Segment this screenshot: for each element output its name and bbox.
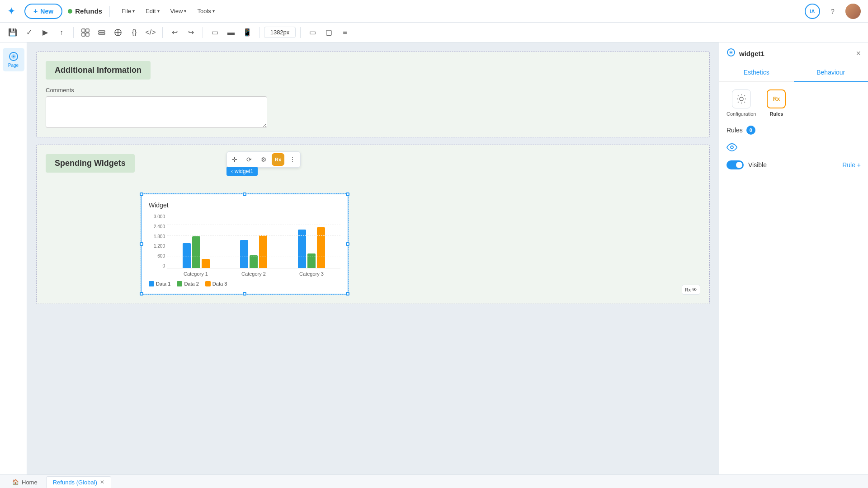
rules-text-label: Rules — [726, 127, 743, 134]
play-button[interactable]: ▶ — [38, 25, 52, 40]
resize-handle-bc[interactable] — [243, 292, 246, 296]
sidebar-item-label: Page — [8, 63, 19, 68]
tablet-view-button[interactable]: ▬ — [224, 25, 238, 40]
export-button[interactable]: ↑ — [54, 25, 69, 40]
home-icon: 🏠 — [12, 479, 19, 485]
save-button[interactable]: 💾 — [5, 25, 20, 40]
main-layout: Page Additional Information Comments Spe… — [0, 42, 868, 474]
new-button[interactable]: + New — [24, 4, 62, 19]
help-button[interactable]: ? — [826, 4, 840, 19]
resize-tool-button[interactable]: ⟳ — [243, 153, 255, 166]
resize-handle-tc[interactable] — [243, 192, 246, 196]
widget-box[interactable]: Widget 3.000 2.400 1.800 1.200 600 0 — [141, 193, 349, 295]
tab-close-icon[interactable]: ✕ — [100, 479, 104, 485]
resize-handle-br[interactable] — [346, 292, 349, 296]
cat3-data3-bar — [317, 227, 325, 268]
panel-icon-row: Configuration Rx Rules — [726, 89, 861, 117]
comments-textarea[interactable] — [46, 96, 267, 128]
avatar-image — [845, 4, 861, 19]
layers-button[interactable] — [94, 25, 109, 40]
rules-icon-item[interactable]: Rx Rules — [767, 89, 786, 117]
resize-handle-ml[interactable] — [140, 242, 143, 246]
tb-separator-3 — [203, 27, 203, 38]
configuration-label: Configuration — [726, 111, 756, 117]
x-label-1: Category 1 — [184, 271, 208, 277]
rules-tool-button[interactable]: Rx — [272, 153, 284, 166]
svg-rect-2 — [82, 33, 85, 36]
ia-badge[interactable]: IA — [805, 4, 820, 19]
user-avatar[interactable] — [845, 4, 861, 19]
legend-label-data2: Data 2 — [184, 281, 198, 286]
resize-handle-bl[interactable] — [140, 292, 143, 296]
svg-rect-1 — [86, 29, 89, 32]
right-panel: widget1 × Esthetics Behaviour Configurat… — [719, 42, 868, 474]
page-title: Refunds — [75, 7, 102, 15]
canvas-width[interactable]: 1382px — [264, 27, 296, 38]
configuration-icon-item[interactable]: Configuration — [726, 89, 756, 117]
data-button[interactable] — [111, 25, 125, 40]
spending-widgets-section: Spending Widgets ✛ ⟳ ⚙ Rx ⋮ ‹ widget1 — [36, 145, 710, 304]
tab-behaviour[interactable]: Behaviour — [794, 63, 868, 82]
nav-menu: File ▾ Edit ▾ View ▾ Tools ▾ — [117, 5, 219, 17]
chevron-down-icon: ▾ — [157, 9, 160, 14]
legend-label-data3: Data 3 — [212, 281, 227, 286]
responsive-button[interactable]: ▭ — [305, 25, 320, 40]
code-button[interactable]: </> — [143, 25, 158, 40]
sidebar-item-page[interactable]: Page — [3, 48, 24, 71]
menu-view[interactable]: View ▾ — [166, 5, 191, 17]
move-tool-button[interactable]: ✛ — [228, 153, 241, 166]
page-name-indicator: Refunds — [68, 7, 102, 15]
cat1-data1-bar — [183, 243, 191, 268]
chart-area: 3.000 2.400 1.800 1.200 600 0 — [149, 214, 340, 286]
new-label: New — [40, 8, 53, 15]
canvas-area[interactable]: Additional Information Comments Spending… — [27, 42, 719, 474]
toolbar: 💾 ✓ ▶ ↑ {} </> ↩ ↪ ▭ ▬ 📱 1382px ▭ ▢ ≡ — [0, 23, 868, 42]
visibility-row — [726, 142, 861, 155]
frame-button[interactable]: ▢ — [321, 25, 336, 40]
status-dot — [68, 9, 72, 14]
more-tool-button[interactable]: ⋮ — [286, 153, 299, 166]
category-2-bars — [240, 235, 267, 268]
undo-button[interactable]: ↩ — [167, 25, 182, 40]
align-button[interactable]: ≡ — [338, 25, 352, 40]
redo-button[interactable]: ↪ — [184, 25, 198, 40]
check-button[interactable]: ✓ — [22, 25, 36, 40]
chart-bars — [167, 214, 340, 268]
widget-breadcrumb[interactable]: ‹ widget1 — [226, 167, 258, 176]
chart-y-axis: 3.000 2.400 1.800 1.200 600 0 — [149, 214, 167, 268]
resize-handle-mr[interactable] — [346, 242, 349, 246]
menu-tools[interactable]: Tools ▾ — [193, 5, 219, 17]
tab-home[interactable]: 🏠 Home — [5, 476, 44, 488]
tb-separator-2 — [162, 27, 163, 38]
close-icon[interactable]: × — [856, 49, 861, 58]
visible-toggle[interactable] — [726, 160, 744, 169]
rule-add-button[interactable]: Rule + — [842, 161, 861, 169]
visible-toggle-row: Visible Rule + — [726, 160, 861, 169]
chevron-down-icon: ▾ — [132, 9, 135, 14]
visibility-icon[interactable] — [726, 142, 861, 155]
menu-file[interactable]: File ▾ — [117, 5, 139, 17]
cat3-data2-bar — [307, 253, 316, 268]
components-button[interactable] — [78, 25, 93, 40]
left-sidebar: Page — [0, 42, 27, 474]
gear-tool-button[interactable]: ⚙ — [257, 153, 270, 166]
topbar-right: IA ? — [805, 4, 861, 19]
desktop-view-button[interactable]: ▭ — [208, 25, 222, 40]
resize-handle-tl[interactable] — [140, 192, 143, 196]
x-label-2: Category 2 — [241, 271, 266, 277]
resize-handle-tr[interactable] — [346, 192, 349, 196]
mobile-view-button[interactable]: 📱 — [240, 25, 255, 40]
settings-button[interactable]: {} — [127, 25, 142, 40]
svg-rect-4 — [99, 31, 105, 32]
grid-line-top — [167, 214, 340, 214]
widget-toolbar: ✛ ⟳ ⚙ Rx ⋮ — [226, 151, 301, 168]
topbar: ✦ + New Refunds File ▾ Edit ▾ View ▾ Too… — [0, 0, 868, 23]
tb-separator-1 — [73, 27, 74, 38]
tab-esthetics[interactable]: Esthetics — [719, 63, 794, 81]
tab-refunds-global[interactable]: Refunds (Global) ✕ — [46, 476, 111, 488]
legend-data3: Data 3 — [205, 281, 227, 286]
svg-rect-0 — [82, 29, 85, 32]
menu-edit[interactable]: Edit ▾ — [141, 5, 164, 17]
breadcrumb-label: widget1 — [235, 168, 253, 174]
chevron-down-icon: ▾ — [212, 9, 215, 14]
